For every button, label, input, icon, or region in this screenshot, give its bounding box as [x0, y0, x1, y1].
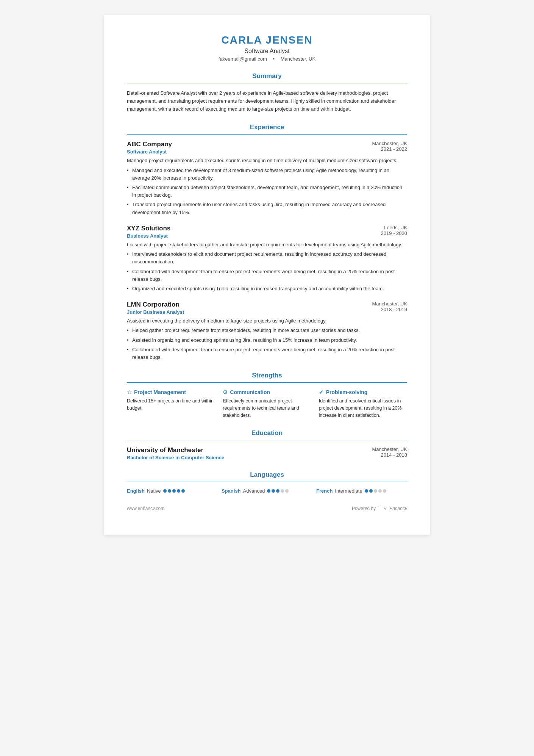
strength-item-0: ☆Project ManagementDelivered 15+ project…	[127, 389, 215, 419]
exp-bullet-1-0: Interviewed stakeholders to elicit and d…	[127, 250, 407, 266]
exp-right-0: Manchester, UK2021 - 2022	[372, 141, 408, 152]
lang-dot-2-0	[365, 489, 368, 493]
strength-header-1: ⚙Communication	[223, 389, 311, 396]
experience-item-1: XYZ SolutionsBusiness AnalystLeeds, UK20…	[127, 225, 407, 293]
lang-dot-2-1	[369, 489, 373, 493]
education-dates: 2014 - 2018	[372, 452, 408, 458]
experience-divider	[127, 134, 407, 135]
footer-powered-label: Powered by	[352, 506, 376, 511]
lang-dots-1	[267, 489, 289, 493]
exp-bullet-2-1: Assisted in organizing and executing spr…	[127, 337, 407, 344]
strength-item-2: ✔Problem-solvingIdentified and resolved …	[319, 389, 407, 419]
lang-dots-2	[365, 489, 386, 493]
education-school: University of Manchester	[127, 446, 224, 454]
exp-summary-2: Assisted in executing the delivery of me…	[127, 317, 407, 325]
header-email: fakeemail@gmail.com	[219, 56, 267, 62]
lang-dots-0	[163, 489, 185, 493]
footer-brand: Enhancv	[389, 506, 407, 511]
language-item-2: FrenchIntermediate	[316, 488, 407, 494]
lang-dot-1-3	[281, 489, 284, 493]
exp-left-1: XYZ SolutionsBusiness Analyst	[127, 225, 170, 239]
education-location: Manchester, UK	[372, 446, 408, 452]
exp-bullet-2-2: Collaborated with development team to en…	[127, 346, 407, 361]
exp-header-0: ABC CompanySoftware AnalystManchester, U…	[127, 141, 407, 155]
lang-dot-2-3	[378, 489, 382, 493]
lang-dot-2-2	[374, 489, 377, 493]
languages-grid: EnglishNativeSpanishAdvancedFrenchInterm…	[127, 488, 407, 494]
header-separator: •	[273, 56, 275, 62]
education-degree: Bachelor of Science in Computer Science	[127, 455, 224, 460]
lang-dot-1-4	[285, 489, 289, 493]
lang-level-0: Native	[147, 488, 161, 494]
education-right: Manchester, UK 2014 - 2018	[372, 446, 408, 460]
lang-dot-0-4	[181, 489, 185, 493]
strength-title-1: Communication	[230, 389, 270, 395]
exp-summary-0: Managed project requirements and execute…	[127, 157, 407, 164]
exp-company-1: XYZ Solutions	[127, 225, 170, 232]
exp-location-1: Leeds, UK	[381, 225, 407, 230]
exp-left-0: ABC CompanySoftware Analyst	[127, 141, 172, 155]
exp-dates-0: 2021 - 2022	[372, 146, 408, 152]
strength-title-2: Problem-solving	[326, 389, 368, 395]
exp-company-0: ABC Company	[127, 141, 172, 148]
strength-desc-1: Effectively communicated project require…	[223, 398, 311, 419]
lang-dot-0-1	[168, 489, 171, 493]
enhancv-logo-icon: ⌒∨	[378, 505, 387, 512]
exp-bullet-1-1: Collaborated with development team to en…	[127, 268, 407, 283]
exp-header-2: LMN CorporationJunior Business AnalystMa…	[127, 301, 407, 315]
resume-container: CARLA JENSEN Software Analyst fakeemail@…	[104, 15, 430, 535]
experience-item-2: LMN CorporationJunior Business AnalystMa…	[127, 301, 407, 361]
exp-bullets-0: Managed and executed the development of …	[127, 167, 407, 216]
lang-dot-1-2	[276, 489, 279, 493]
exp-left-2: LMN CorporationJunior Business Analyst	[127, 301, 184, 315]
experience-item-0: ABC CompanySoftware AnalystManchester, U…	[127, 141, 407, 216]
lang-name-1: Spanish	[222, 488, 241, 494]
exp-company-2: LMN Corporation	[127, 301, 184, 308]
languages-title: Languages	[127, 471, 407, 479]
strength-item-1: ⚙CommunicationEffectively communicated p…	[223, 389, 311, 419]
footer: www.enhancv.com Powered by ⌒∨ Enhancv	[127, 505, 407, 512]
exp-bullet-0-0: Managed and executed the development of …	[127, 167, 407, 182]
summary-divider	[127, 83, 407, 83]
exp-right-1: Leeds, UK2019 - 2020	[381, 225, 407, 236]
education-header: University of Manchester Bachelor of Sci…	[127, 446, 407, 460]
header-title: Software Analyst	[127, 48, 407, 55]
strengths-grid: ☆Project ManagementDelivered 15+ project…	[127, 389, 407, 419]
strength-desc-0: Delivered 15+ projects on time and withi…	[127, 398, 215, 412]
language-item-1: SpanishAdvanced	[222, 488, 312, 494]
footer-right: Powered by ⌒∨ Enhancv	[352, 505, 407, 512]
exp-location-0: Manchester, UK	[372, 141, 408, 146]
lang-name-2: French	[316, 488, 333, 494]
exp-bullets-2: Helped gather project requirements from …	[127, 327, 407, 361]
summary-section: Summary Detail-oriented Software Analyst…	[127, 72, 407, 113]
strength-title-0: Project Management	[134, 389, 186, 395]
summary-text: Detail-oriented Software Analyst with ov…	[127, 89, 407, 113]
lang-level-1: Advanced	[243, 488, 265, 494]
strengths-divider	[127, 382, 407, 383]
exp-dates-2: 2018 - 2019	[372, 307, 408, 312]
lang-dot-1-1	[272, 489, 275, 493]
strength-icon-2: ✔	[319, 389, 324, 396]
education-title: Education	[127, 429, 407, 437]
strength-header-2: ✔Problem-solving	[319, 389, 407, 396]
languages-section: Languages EnglishNativeSpanishAdvancedFr…	[127, 471, 407, 494]
exp-bullet-0-1: Facilitated communication between projec…	[127, 184, 407, 199]
lang-level-2: Intermediate	[335, 488, 362, 494]
strengths-title: Strengths	[127, 372, 407, 379]
education-divider	[127, 440, 407, 440]
lang-dot-1-0	[267, 489, 270, 493]
experience-items: ABC CompanySoftware AnalystManchester, U…	[127, 141, 407, 361]
strength-icon-1: ⚙	[223, 389, 228, 396]
exp-role-1: Business Analyst	[127, 233, 170, 239]
exp-bullet-2-0: Helped gather project requirements from …	[127, 327, 407, 334]
lang-dot-0-3	[177, 489, 180, 493]
exp-bullet-1-2: Organized and executed sprints using Tre…	[127, 285, 407, 293]
languages-divider	[127, 482, 407, 482]
language-item-0: EnglishNative	[127, 488, 218, 494]
header: CARLA JENSEN Software Analyst fakeemail@…	[127, 34, 407, 62]
summary-title: Summary	[127, 72, 407, 80]
footer-left: www.enhancv.com	[127, 506, 164, 511]
exp-summary-1: Liaised with project stakeholders to gat…	[127, 241, 407, 249]
exp-bullet-0-2: Translated project requirements into use…	[127, 201, 407, 216]
exp-role-0: Software Analyst	[127, 149, 172, 155]
